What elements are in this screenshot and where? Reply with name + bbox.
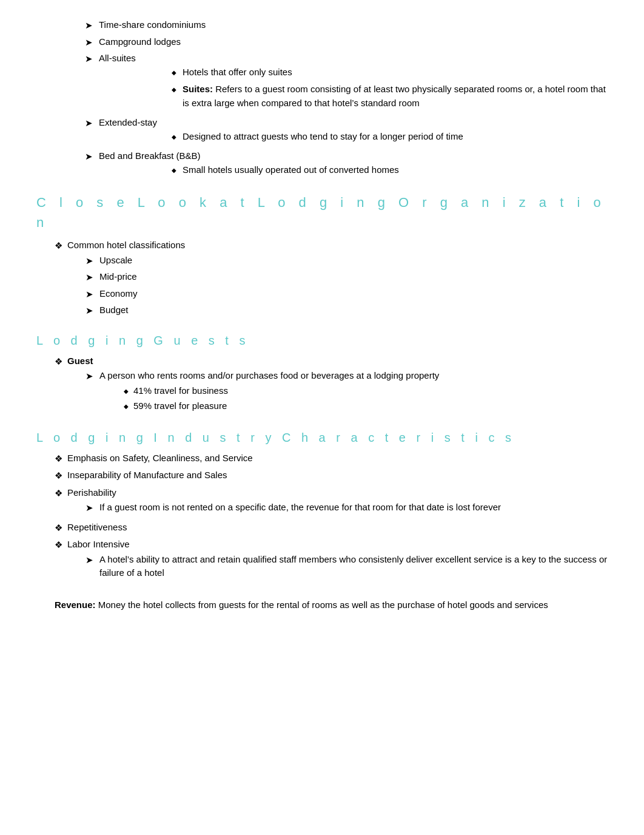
section3-item-safety: ❖ Emphasis on Safety, Cleanliness, and S… — [36, 451, 608, 466]
list-item-label: All-suites ◆ Hotels that offer only suit… — [99, 52, 608, 113]
allsuites-sublist: ◆ Hotels that offer only suites ◆ Suites… — [99, 66, 608, 110]
sub-label: Budget — [99, 303, 129, 317]
fleur-icon: ❖ — [55, 521, 62, 535]
section3-item-label: Emphasis on Safety, Cleanliness, and Ser… — [67, 451, 608, 465]
sub-item-bnb-desc: ◆ Small hotels usually operated out of c… — [99, 163, 608, 177]
section2-item-guest: ❖ Guest ➤ A person who rents rooms and/o… — [36, 354, 608, 418]
guest-desc-text: A person who rents rooms and/or purchase… — [99, 369, 608, 415]
section3-item-label: Repetitiveness — [67, 521, 608, 535]
bnb-sublist: ◆ Small hotels usually operated out of c… — [99, 163, 608, 177]
guest-desc: ➤ A person who rents rooms and/or purcha… — [67, 369, 608, 415]
perishability-desc: ➤ If a guest room is not rented on a spe… — [67, 501, 608, 515]
sub-budget: ➤ Budget — [67, 303, 608, 318]
labor-desc-text: A hotel’s ability to attract and retain … — [99, 553, 608, 580]
revenue-label: Revenue: — [55, 600, 96, 610]
section2-list: ❖ Guest ➤ A person who rents rooms and/o… — [36, 354, 608, 418]
arrow-icon: ➤ — [85, 117, 93, 130]
labor-sublist: ➤ A hotel’s ability to attract and retai… — [67, 553, 608, 580]
section3-item-label: Labor Intensive ➤ A hotel’s ability to a… — [67, 538, 608, 583]
sub-item-label: Hotels that offer only suites — [183, 66, 608, 79]
diamond-icon: ◆ — [172, 166, 176, 175]
sub-item-extended-stay-desc: ◆ Designed to attract guests who tend to… — [99, 130, 608, 144]
revenue-paragraph: Revenue: Money the hotel collects from g… — [36, 598, 608, 612]
list-item-label: Campground lodges — [99, 35, 608, 49]
arrow-icon: ➤ — [85, 19, 93, 33]
stat-pleasure: ◆ 59% travel for pleasure — [99, 399, 608, 413]
arrow-icon: ➤ — [86, 304, 93, 318]
diamond-icon: ◆ — [172, 85, 176, 94]
sub-midprice: ➤ Mid-price — [67, 270, 608, 285]
arrow-icon: ➤ — [85, 150, 93, 164]
section3-item-label: Perishability ➤ If a guest room is not r… — [67, 486, 608, 518]
fleur-icon: ❖ — [55, 469, 62, 483]
arrow-icon: ➤ — [86, 254, 93, 268]
fleur-icon: ❖ — [55, 355, 62, 369]
list-item-allsuites: ➤ All-suites ◆ Hotels that offer only su… — [36, 52, 608, 113]
section3-item-labor: ❖ Labor Intensive ➤ A hotel’s ability to… — [36, 538, 608, 583]
sub-item-label: Designed to attract guests who tend to s… — [183, 130, 608, 144]
arrow-icon: ➤ — [86, 370, 93, 384]
section3-item-repetitiveness: ❖ Repetitiveness — [36, 521, 608, 535]
top-list: ➤ Time-share condominiums ➤ Campground l… — [36, 18, 608, 180]
arrow-icon: ➤ — [86, 288, 93, 302]
fleur-icon: ❖ — [55, 538, 62, 552]
sub-economy: ➤ Economy — [67, 287, 608, 302]
section3-item-perishability: ❖ Perishability ➤ If a guest room is not… — [36, 486, 608, 518]
section3-heading: L o d g i n g I n d u s t r y C h a r a … — [36, 428, 608, 447]
list-item-extended-stay: ➤ Extended-stay ◆ Designed to attract gu… — [36, 116, 608, 147]
section1-heading: C l o s e L o o k a t L o d g i n g O r … — [36, 192, 608, 232]
sub-item-suites-def: ◆ Suites: Refers to a guest room consist… — [99, 83, 608, 110]
sub-item-label: Suites: Refers to a guest room consistin… — [183, 83, 608, 110]
section1-item-label: Common hotel classifications ➤ Upscale ➤… — [67, 238, 608, 320]
arrow-icon: ➤ — [86, 501, 93, 515]
guest-sublist: ➤ A person who rents rooms and/or purcha… — [67, 369, 608, 415]
sub-label: Mid-price — [99, 270, 137, 284]
revenue-text: Money the hotel collects from guests for… — [96, 600, 548, 610]
perishability-desc-text: If a guest room is not rented on a speci… — [99, 501, 608, 515]
list-item-label: Time-share condominiums — [99, 18, 608, 32]
sub-item-label: Small hotels usually operated out of con… — [183, 163, 608, 177]
main-content: ➤ Time-share condominiums ➤ Campground l… — [36, 18, 608, 612]
stat-business: ◆ 41% travel for business — [99, 384, 608, 398]
list-item-timeshare: ➤ Time-share condominiums — [36, 18, 608, 33]
stat-label: 59% travel for pleasure — [133, 399, 227, 413]
section3-item-label: Inseparability of Manufacture and Sales — [67, 468, 608, 482]
perishability-sublist: ➤ If a guest room is not rented on a spe… — [67, 501, 608, 515]
sub-label: Upscale — [99, 254, 132, 268]
arrow-icon: ➤ — [86, 271, 93, 285]
sub-label: Economy — [99, 287, 138, 301]
section2-heading: L o d g i n g G u e s t s — [36, 331, 608, 350]
section2-item-label: Guest ➤ A person who rents rooms and/or … — [67, 354, 608, 418]
list-item-label: Bed and Breakfast (B&B) ◆ Small hotels u… — [99, 149, 608, 180]
guest-stats-list: ◆ 41% travel for business ◆ 59% travel f… — [99, 384, 608, 413]
stat-label: 41% travel for business — [133, 384, 228, 398]
list-item-label: Extended-stay ◆ Designed to attract gues… — [99, 116, 608, 147]
section3-item-inseparability: ❖ Inseparability of Manufacture and Sale… — [36, 468, 608, 483]
diamond-icon: ◆ — [172, 132, 176, 141]
diamond-icon: ◆ — [124, 387, 129, 396]
section1-list: ❖ Common hotel classifications ➤ Upscale… — [36, 238, 608, 320]
fleur-icon: ❖ — [55, 239, 62, 253]
section3-list: ❖ Emphasis on Safety, Cleanliness, and S… — [36, 451, 608, 583]
diamond-icon: ◆ — [172, 68, 176, 77]
arrow-icon: ➤ — [85, 52, 93, 66]
sub-upscale: ➤ Upscale — [67, 254, 608, 268]
arrow-icon: ➤ — [85, 36, 93, 50]
section1-item-classifications: ❖ Common hotel classifications ➤ Upscale… — [36, 238, 608, 320]
list-item-bnb: ➤ Bed and Breakfast (B&B) ◆ Small hotels… — [36, 149, 608, 180]
labor-desc: ➤ A hotel’s ability to attract and retai… — [67, 553, 608, 580]
arrow-icon: ➤ — [86, 553, 93, 567]
fleur-icon: ❖ — [55, 487, 62, 501]
fleur-icon: ❖ — [55, 452, 62, 466]
extended-stay-sublist: ◆ Designed to attract guests who tend to… — [99, 130, 608, 144]
list-item-campground: ➤ Campground lodges — [36, 35, 608, 50]
sub-item-hotels-only-suites: ◆ Hotels that offer only suites — [99, 66, 608, 79]
classifications-sublist: ➤ Upscale ➤ Mid-price ➤ Economy ➤ Budget — [67, 254, 608, 318]
diamond-icon: ◆ — [124, 402, 129, 411]
